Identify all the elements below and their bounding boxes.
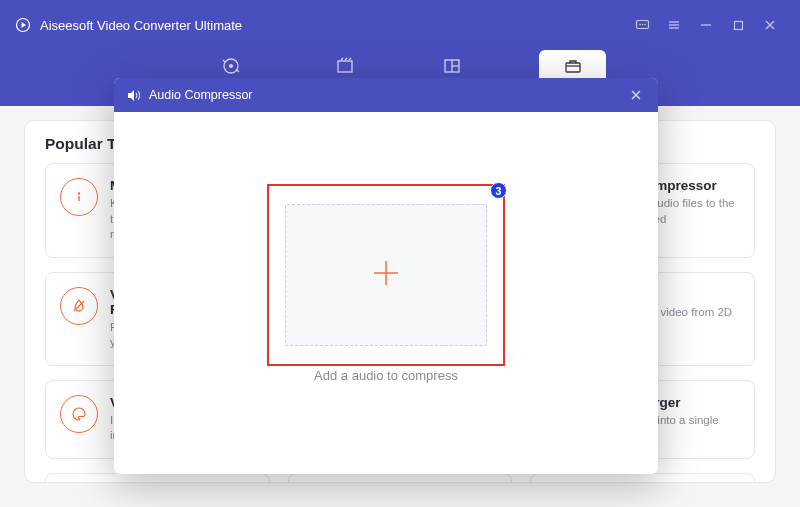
minimize-button[interactable] [690, 13, 722, 37]
tool-video-rotator[interactable]: Video RotatorRotate or flip video [288, 473, 513, 483]
droplet-slash-icon [60, 287, 98, 325]
dialog-header: Audio Compressor [114, 78, 658, 112]
svg-rect-15 [338, 61, 352, 72]
app-logo-icon [14, 16, 32, 34]
dialog-title: Audio Compressor [149, 88, 253, 102]
svg-rect-22 [78, 196, 79, 201]
speaker-icon [124, 86, 142, 104]
svg-rect-10 [734, 21, 742, 29]
tool-video-cropper[interactable]: Video CropperCrop video to remove areas [45, 473, 270, 483]
step-badge: 3 [490, 182, 507, 199]
app-title: Aiseesoft Video Converter Ultimate [40, 18, 242, 33]
maximize-button[interactable] [722, 13, 754, 37]
toolbox-icon [563, 56, 583, 76]
svg-rect-19 [566, 63, 580, 72]
svg-point-5 [644, 23, 646, 25]
dialog-body: 3 Add a audio to compress [114, 112, 658, 383]
close-button[interactable] [754, 13, 786, 37]
audio-compressor-dialog: Audio Compressor 3 Add a audio to compre… [114, 78, 658, 474]
svg-point-14 [229, 64, 233, 68]
mv-icon [335, 56, 355, 76]
titlebar: Aiseesoft Video Converter Ultimate [0, 0, 800, 50]
add-file-dropzone[interactable] [285, 204, 487, 346]
palette-icon [60, 395, 98, 433]
feedback-icon[interactable] [626, 13, 658, 37]
dropzone-caption: Add a audio to compress [314, 368, 458, 383]
info-icon [60, 178, 98, 216]
svg-point-3 [639, 23, 641, 25]
plus-icon [369, 256, 403, 294]
dialog-close-button[interactable] [624, 83, 648, 107]
converter-icon [221, 56, 241, 76]
dropzone-wrapper: 3 [273, 190, 499, 360]
svg-point-4 [641, 23, 643, 25]
svg-marker-1 [22, 22, 27, 28]
menu-icon[interactable] [658, 13, 690, 37]
collage-icon [442, 56, 462, 76]
svg-point-21 [78, 192, 80, 194]
tool-color-correction[interactable]: Color CorrectionAdjust video color [530, 473, 755, 483]
